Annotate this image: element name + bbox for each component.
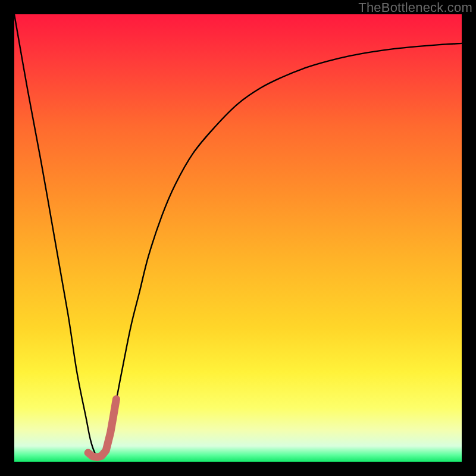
chart-canvas: [14, 14, 462, 462]
plot-area: [14, 14, 462, 462]
watermark-text: TheBottleneck.com: [358, 0, 472, 15]
chart-frame: TheBottleneck.com: [0, 0, 476, 476]
